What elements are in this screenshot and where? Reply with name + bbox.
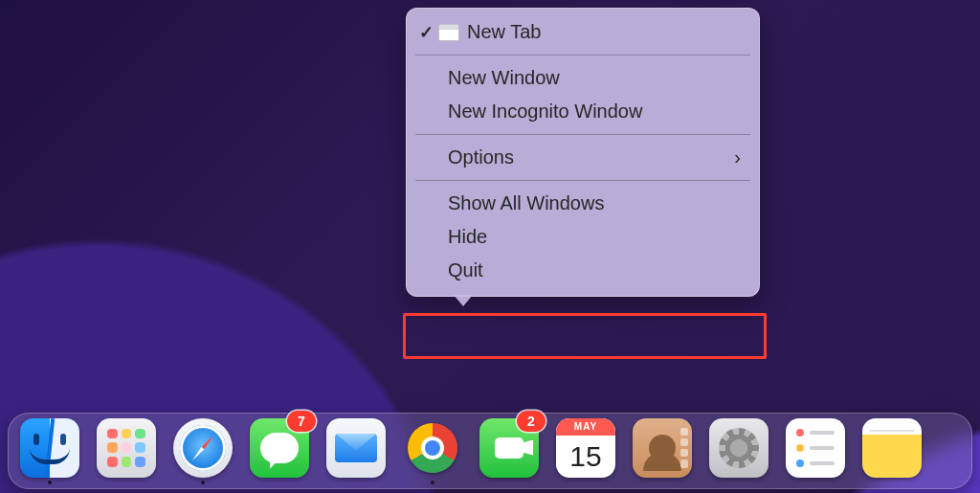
dock-app-contacts[interactable] <box>632 416 693 485</box>
dock-app-chrome[interactable] <box>402 416 463 485</box>
menu-item-new-window[interactable]: New Window <box>406 61 760 95</box>
menu-item-label: New Window <box>448 67 560 89</box>
running-indicator <box>48 481 52 484</box>
dock-app-facetime[interactable]: 2 <box>479 416 540 485</box>
dock-app-reminders[interactable] <box>785 416 846 485</box>
menu-item-options[interactable]: Options › <box>406 141 760 174</box>
notification-badge: 7 <box>287 411 316 432</box>
menu-separator <box>415 55 750 56</box>
dock-app-safari[interactable] <box>172 416 234 485</box>
menu-item-new-tab[interactable]: ✓ New Tab <box>406 15 760 49</box>
menu-item-label: New Incognito Window <box>448 101 642 123</box>
dock-app-finder[interactable] <box>19 416 80 485</box>
menu-item-hide[interactable]: Hide <box>406 220 760 254</box>
dock-container: 7 2 MAY 15 <box>8 405 972 489</box>
contacts-icon <box>633 418 692 478</box>
mail-icon <box>326 418 386 478</box>
checkmark-icon: ✓ <box>419 22 434 43</box>
dock-app-messages[interactable]: 7 <box>249 416 310 485</box>
menu-item-label: Options <box>448 146 514 168</box>
notes-icon <box>862 418 922 478</box>
menu-item-label: Show All Windows <box>448 192 604 214</box>
dock: 7 2 MAY 15 <box>8 413 972 489</box>
dock-app-launchpad[interactable] <box>96 416 157 485</box>
menu-item-new-incognito[interactable]: New Incognito Window <box>406 95 760 128</box>
reminders-icon <box>786 418 845 478</box>
safari-icon <box>173 418 233 478</box>
finder-icon <box>20 418 79 478</box>
menu-item-label: Hide <box>448 226 487 248</box>
window-icon <box>438 24 459 41</box>
dock-app-settings[interactable] <box>708 416 769 485</box>
notification-badge: 2 <box>517 411 546 432</box>
calendar-day: 15 <box>556 436 615 478</box>
chevron-right-icon: › <box>734 146 741 168</box>
running-indicator <box>201 481 205 484</box>
calendar-icon: MAY 15 <box>556 418 615 478</box>
dock-app-calendar[interactable]: MAY 15 <box>555 416 616 485</box>
dock-app-mail[interactable] <box>325 416 387 485</box>
chrome-icon <box>408 423 457 473</box>
running-indicator <box>431 481 434 484</box>
menu-item-label: Quit <box>448 259 483 281</box>
calendar-month: MAY <box>556 418 615 436</box>
menu-separator <box>415 180 750 181</box>
launchpad-icon <box>97 418 156 478</box>
menu-separator <box>415 134 750 135</box>
menu-item-quit[interactable]: Quit <box>406 254 760 287</box>
dock-app-notes[interactable] <box>861 416 923 485</box>
dock-context-menu: ✓ New Tab New Window New Incognito Windo… <box>406 8 760 297</box>
menu-item-show-all-windows[interactable]: Show All Windows <box>406 187 760 220</box>
menu-item-label: New Tab <box>467 21 541 43</box>
settings-icon <box>709 418 768 478</box>
